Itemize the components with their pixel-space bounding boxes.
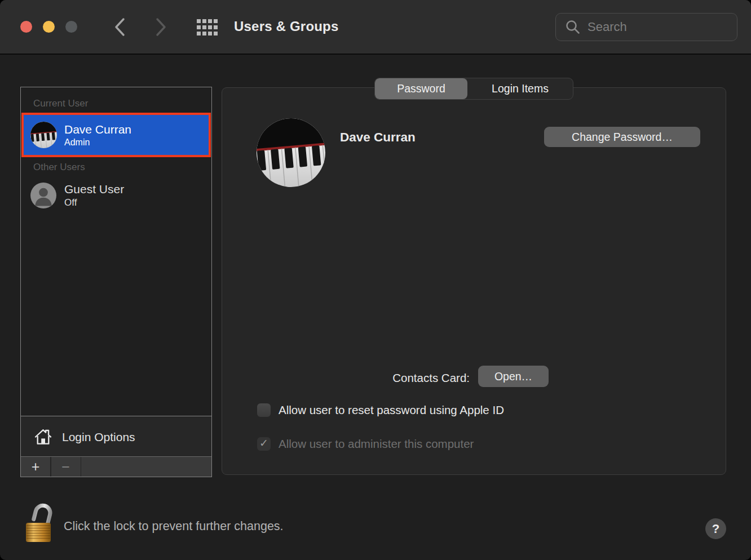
- administer-computer-row: Allow user to administer this computer: [257, 436, 474, 452]
- administer-computer-checkbox: [257, 437, 271, 451]
- contacts-card-label: Contacts Card:: [323, 371, 470, 385]
- forward-chevron-icon[interactable]: [153, 17, 169, 37]
- other-users-header: Other Users: [33, 162, 85, 173]
- login-options-label: Login Options: [62, 430, 135, 444]
- toolbar-divider: [81, 457, 82, 477]
- home-icon: [33, 428, 53, 446]
- search-field[interactable]: [555, 13, 737, 41]
- current-user-header: Current User: [33, 98, 88, 109]
- guest-name: Guest User: [64, 182, 124, 197]
- tab-bar: Password Login Items: [374, 78, 573, 100]
- unlocked-padlock-icon[interactable]: [24, 498, 55, 543]
- piano-avatar-icon: [30, 122, 57, 148]
- reset-password-label: Allow user to reset password using Apple…: [279, 403, 504, 417]
- titlebar: Users & Groups: [0, 0, 751, 55]
- user-role: Admin: [64, 137, 131, 148]
- user-row-guest[interactable]: Guest User Off: [30, 181, 124, 210]
- tab-login-items[interactable]: Login Items: [467, 78, 573, 99]
- zoom-button-disabled: [65, 21, 77, 33]
- guest-avatar-icon: [30, 183, 56, 208]
- search-input[interactable]: [587, 20, 723, 34]
- reset-password-checkbox[interactable]: [257, 403, 271, 417]
- change-password-button[interactable]: Change Password…: [544, 127, 700, 147]
- users-groups-window: Users & Groups Current User: [0, 0, 751, 560]
- add-user-button[interactable]: +: [21, 457, 50, 477]
- lock-hint-text: Click the lock to prevent further change…: [64, 519, 284, 534]
- user-name: Dave Curran: [64, 122, 131, 137]
- page-title: Users & Groups: [234, 19, 339, 34]
- remove-user-button[interactable]: −: [51, 457, 81, 477]
- user-row-dave-curran-selected[interactable]: Dave Curran Admin: [21, 113, 211, 157]
- tab-password[interactable]: Password: [375, 78, 467, 99]
- detail-user-name: Dave Curran: [340, 130, 416, 145]
- user-list-sidebar: Current User: [20, 87, 212, 477]
- sidebar-toolbar: + −: [21, 456, 211, 477]
- minimize-button[interactable]: [43, 21, 55, 33]
- user-avatar-large[interactable]: [257, 118, 325, 187]
- login-options-item[interactable]: Login Options: [21, 416, 211, 457]
- help-button[interactable]: ?: [705, 518, 726, 539]
- administer-computer-label: Allow user to administer this computer: [279, 437, 474, 451]
- back-chevron-icon[interactable]: [112, 17, 127, 37]
- open-contacts-card-button[interactable]: Open…: [478, 366, 549, 387]
- guest-status: Off: [64, 197, 124, 209]
- close-button[interactable]: [20, 21, 32, 33]
- search-icon: [565, 19, 581, 35]
- reset-password-row: Allow user to reset password using Apple…: [257, 402, 504, 418]
- show-all-grid-icon[interactable]: [197, 17, 218, 38]
